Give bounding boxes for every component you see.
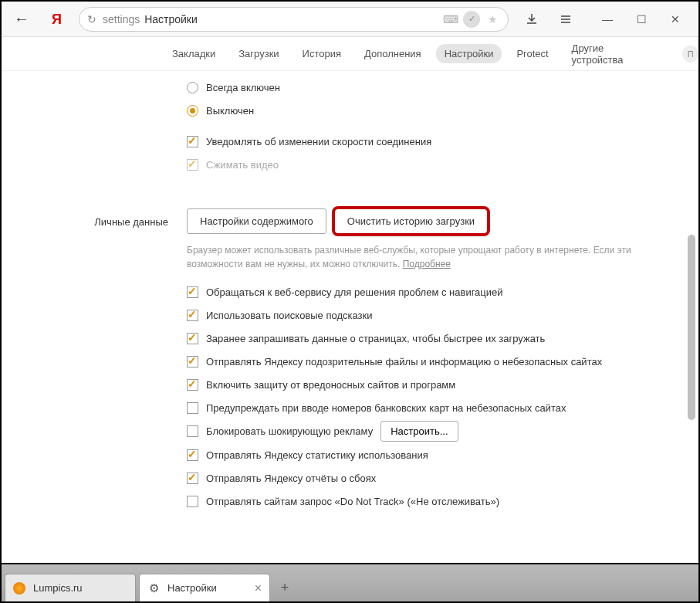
profile-button[interactable]: П <box>682 46 698 63</box>
personal-check-5[interactable]: Предупреждать при вводе номеров банковск… <box>187 396 675 419</box>
personal-section: Личные данные Настройки содержимого Очис… <box>2 204 698 517</box>
address-prefix: settings <box>103 13 140 25</box>
check-label: Использовать поисковые подсказки <box>206 310 373 321</box>
checkbox-icon <box>187 310 198 321</box>
check-label: Отправлять Яндексу отчёты о сбоях <box>206 473 376 484</box>
check-label: Отправлять Яндексу подозрительные файлы … <box>206 356 602 368</box>
checkbox-icon <box>187 379 198 391</box>
check-label: Отправлять Яндексу статистику использова… <box>206 449 428 461</box>
clear-history-label: Очистить историю загрузки <box>347 215 475 227</box>
check-compress-video[interactable]: Сжимать видео <box>187 153 675 176</box>
check-label: Сжимать видео <box>206 159 279 171</box>
turbo-label <box>2 76 187 176</box>
bookmark-star-icon[interactable]: ★ <box>485 12 500 27</box>
check-label: Блокировать шокирующую рекламу <box>206 425 373 437</box>
radio-off[interactable]: Выключен <box>187 99 675 122</box>
checkbox-icon <box>187 136 198 147</box>
checkbox-icon <box>187 449 198 461</box>
checkbox-icon <box>187 159 198 171</box>
radio-icon <box>187 105 198 117</box>
personal-check-9[interactable]: Отправлять сайтам запрос «Do Not Track» … <box>187 490 675 513</box>
tab-settings[interactable]: Настройки × <box>139 574 270 601</box>
navtab-history[interactable]: История <box>294 44 350 63</box>
turbo-section: Всегда включен Выключен Уведомлять об из… <box>2 71 698 181</box>
navtab-settings[interactable]: Настройки <box>436 44 502 63</box>
check-label: Обращаться к веб-сервису для решения про… <box>206 286 503 298</box>
radio-label: Всегда включен <box>206 82 280 93</box>
content-area: Всегда включен Выключен Уведомлять об из… <box>2 71 698 562</box>
personal-check-2[interactable]: Заранее запрашивать данные о страницах, … <box>187 327 675 350</box>
navtab-extensions[interactable]: Дополнения <box>356 44 430 63</box>
tab-title: Настройки <box>167 582 217 594</box>
maximize-button[interactable]: ☐ <box>624 7 658 32</box>
new-tab-button[interactable]: + <box>273 576 296 599</box>
personal-hint: Браузер может использовать различные веб… <box>187 243 675 271</box>
navtab-downloads[interactable]: Загрузки <box>230 44 287 63</box>
check-label: Отправлять сайтам запрос «Do Not Track» … <box>206 496 499 507</box>
checkbox-icon <box>187 356 198 368</box>
check-label: Включить защиту от вредоносных сайтов и … <box>206 379 455 391</box>
browser-logo[interactable]: Я <box>46 8 68 30</box>
gear-icon <box>147 582 160 595</box>
check-label: Уведомлять об изменении скорости соедине… <box>206 136 431 147</box>
personal-check-6[interactable]: Блокировать шокирующую рекламуНастроить.… <box>187 419 675 443</box>
tab-close-icon[interactable]: × <box>255 581 262 595</box>
tab-strip: Lumpics.ru Настройки × + <box>2 563 698 601</box>
configure-button[interactable]: Настроить... <box>380 421 458 442</box>
check-label: Заранее запрашивать данные о страницах, … <box>206 333 545 344</box>
window-controls: — ☐ ✕ <box>590 7 692 32</box>
more-link[interactable]: Подробнее <box>403 259 451 269</box>
checkbox-icon <box>187 425 198 437</box>
personal-check-3[interactable]: Отправлять Яндексу подозрительные файлы … <box>187 350 675 373</box>
back-button[interactable]: ← <box>8 5 36 33</box>
nav-tabs: Закладки Загрузки История Дополнения Нас… <box>2 37 698 71</box>
checkbox-icon <box>187 333 198 344</box>
personal-check-4[interactable]: Включить защиту от вредоносных сайтов и … <box>187 373 675 396</box>
checkbox-icon <box>187 402 198 414</box>
radio-label: Выключен <box>206 105 254 117</box>
scrollbar-thumb[interactable] <box>688 235 695 420</box>
downloads-icon[interactable] <box>515 7 549 32</box>
titlebar: ← Я ↻ settings Настройки ⌨ ✓ ★ — ☐ ✕ <box>2 2 698 37</box>
personal-check-7[interactable]: Отправлять Яндексу статистику использова… <box>187 443 675 466</box>
keyboard-icon[interactable]: ⌨ <box>443 12 458 27</box>
navtab-devices[interactable]: Другие устройства <box>563 39 661 69</box>
check-label: Предупреждать при вводе номеров банковск… <box>206 402 566 414</box>
reload-icon[interactable]: ↻ <box>87 13 96 25</box>
minimize-button[interactable]: — <box>590 7 624 32</box>
close-button[interactable]: ✕ <box>658 7 692 32</box>
svg-text:Я: Я <box>52 12 62 27</box>
personal-check-1[interactable]: Использовать поисковые подсказки <box>187 303 675 327</box>
checkbox-icon <box>187 286 198 298</box>
personal-buttons: Настройки содержимого Очистить историю з… <box>187 208 675 234</box>
address-bar[interactable]: ↻ settings Настройки ⌨ ✓ ★ <box>79 7 509 32</box>
checkbox-icon <box>187 473 198 484</box>
content-settings-button[interactable]: Настройки содержимого <box>187 208 326 234</box>
navtab-bookmarks[interactable]: Закладки <box>164 44 224 63</box>
navtab-protect[interactable]: Protect <box>508 44 556 63</box>
check-notify-speed[interactable]: Уведомлять об изменении скорости соедине… <box>187 130 675 153</box>
tab-lumpics[interactable]: Lumpics.ru <box>5 574 136 601</box>
menu-icon[interactable] <box>549 7 583 32</box>
checkbox-icon <box>187 496 198 507</box>
shield-icon[interactable]: ✓ <box>463 11 480 28</box>
clear-history-button[interactable]: Очистить историю загрузки <box>334 208 488 234</box>
address-title: Настройки <box>144 13 198 25</box>
address-icons: ⌨ ✓ ★ <box>443 11 500 28</box>
tab-title: Lumpics.ru <box>33 582 83 594</box>
radio-icon <box>187 82 198 93</box>
personal-check-0[interactable]: Обращаться к веб-сервису для решения про… <box>187 280 675 303</box>
scrollbar[interactable] <box>686 73 695 559</box>
address-text: settings Настройки <box>103 13 443 25</box>
radio-always-on[interactable]: Всегда включен <box>187 76 675 99</box>
personal-title: Личные данные <box>2 208 187 513</box>
personal-check-8[interactable]: Отправлять Яндексу отчёты о сбоях <box>187 466 675 490</box>
tab-icon <box>13 582 25 595</box>
